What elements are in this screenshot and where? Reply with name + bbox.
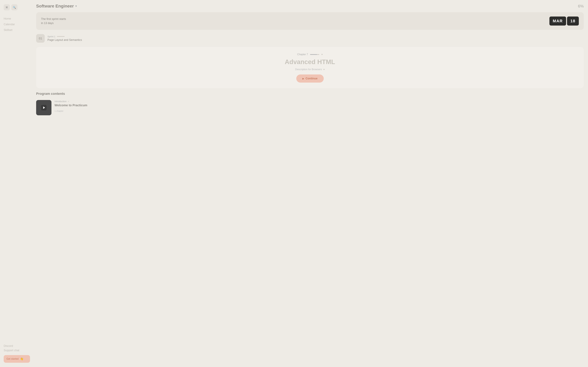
- subtitle-dot: [323, 69, 325, 70]
- play-triangle-icon: [43, 106, 45, 109]
- chapter-subtitle-text: Description for Browsers: [295, 68, 322, 71]
- sidebar-item-skillset[interactable]: Skillset: [4, 28, 30, 32]
- search-icon: 🔍: [13, 6, 16, 9]
- page-header: Software Engineer ▾ 6%: [36, 4, 584, 8]
- chapter-progress-fill: [310, 54, 317, 55]
- content-chapters: 1 chapter: [54, 110, 584, 112]
- date-badges: MAR 18: [549, 17, 579, 25]
- sidebar-item-calendar[interactable]: Calendar: [4, 22, 30, 27]
- sprint-title: Page Layout and Semantics: [47, 38, 82, 42]
- sprint-text-line2: in 13 days: [41, 21, 66, 25]
- course-title: Software Engineer: [36, 4, 74, 8]
- chevron-down-icon[interactable]: ▾: [75, 4, 77, 8]
- sprint-banner-text: The first sprint starts in 13 days: [41, 17, 66, 25]
- sprint-text-line1: The first sprint starts: [41, 17, 66, 21]
- sidebar-item-discord[interactable]: Discord: [4, 344, 30, 348]
- chapter-label: Chapter 7: [297, 53, 308, 56]
- program-contents-title: Program contents: [36, 92, 584, 96]
- day-badge: 18: [567, 17, 579, 25]
- chapter-subtitle: Description for Browsers: [295, 68, 325, 71]
- thumbnail-play-button[interactable]: [41, 105, 47, 110]
- chapter-card: Chapter 7 Advanced HTML Description for …: [36, 47, 584, 88]
- content-item: Introduction ✓ Welcome to Practicum 1 ch…: [36, 99, 584, 117]
- content-thumbnail[interactable]: [36, 100, 52, 115]
- get-started-label: Get started: [6, 358, 18, 360]
- month-badge: MAR: [549, 17, 566, 25]
- content-intro-row: Introduction ✓: [54, 100, 584, 103]
- sprint-progress-bar: [57, 36, 65, 37]
- continue-label: Continue: [306, 77, 318, 80]
- check-icon: ✓: [68, 100, 69, 103]
- sprint-label-row: Sprint 1: [47, 35, 82, 38]
- main-content: Software Engineer ▾ 6% The first sprint …: [34, 0, 588, 367]
- sprint-number-icon: 01: [36, 34, 45, 43]
- chapter-title: Advanced HTML: [285, 58, 335, 66]
- sidebar: ⌘ 🔍 Home Calendar Skillset Discord Suppo…: [0, 0, 34, 367]
- sidebar-top: ⌘ 🔍: [4, 4, 30, 10]
- menu-icon: ⌘: [6, 6, 8, 9]
- chapter-label-row: Chapter 7: [297, 53, 323, 56]
- chapter-progress-bar: [310, 54, 319, 55]
- main-nav: Home Calendar Skillset: [4, 17, 30, 341]
- sidebar-item-home[interactable]: Home: [4, 17, 30, 21]
- play-icon: ▶: [303, 77, 304, 80]
- content-name: Welcome to Practicum: [54, 104, 584, 107]
- content-intro-label: Introduction: [54, 100, 67, 103]
- search-button[interactable]: 🔍: [11, 4, 17, 10]
- sidebar-item-support-chat[interactable]: Support chat: [4, 349, 30, 352]
- sidebar-bottom: Discord Support chat Get started 👋: [4, 341, 30, 363]
- sprint-row: 01 Sprint 1 Page Layout and Semantics: [36, 33, 584, 44]
- sprint-label: Sprint 1: [47, 35, 55, 38]
- chapter-progress-dot: [321, 54, 323, 55]
- content-info: Introduction ✓ Welcome to Practicum 1 ch…: [54, 100, 584, 112]
- wave-icon: 👋: [20, 357, 23, 361]
- get-started-button[interactable]: Get started 👋: [4, 355, 30, 363]
- menu-button[interactable]: ⌘: [4, 4, 10, 10]
- course-title-container: Software Engineer ▾: [36, 4, 77, 8]
- continue-button[interactable]: ▶ Continue: [296, 75, 324, 83]
- progress-percentage: 6%: [578, 4, 584, 8]
- sprint-info: Sprint 1 Page Layout and Semantics: [47, 35, 82, 42]
- sprint-banner: The first sprint starts in 13 days MAR 1…: [36, 12, 584, 30]
